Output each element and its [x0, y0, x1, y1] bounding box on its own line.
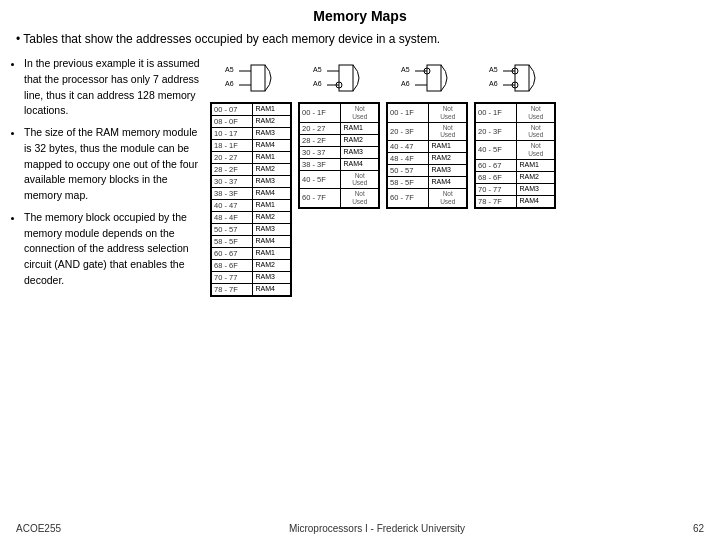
table-row: 50 - 57 RAM3: [388, 165, 467, 177]
footer-right: 62: [693, 523, 704, 534]
table-row: 70 - 77 RAM3: [212, 272, 291, 284]
bullet-item-1: In the previous example it is assumed th…: [24, 56, 202, 119]
table-row: 60 - 67 RAM1: [212, 248, 291, 260]
diagram-3: A5 A6 00 - 1F NotUsed 20 - 3F NotU: [386, 58, 468, 209]
table-row: 40 - 47 RAM1: [388, 141, 467, 153]
bullet-list: In the previous example it is assumed th…: [10, 56, 202, 289]
svg-rect-4: [251, 65, 265, 91]
table-row: 50 - 57 RAM3: [212, 224, 291, 236]
footer-center: Microprocessors I - Frederick University: [289, 523, 465, 534]
table-row: 10 - 17 RAM3: [212, 128, 291, 140]
diagram-2: A5 A6 00 - 1F NotUsed 20 - 27 RAM1: [298, 58, 380, 209]
table-row: 00 - 1F NotUsed: [388, 104, 467, 123]
table-row: 78 - 7F RAM4: [476, 195, 555, 207]
table-row: 48 - 4F RAM2: [388, 153, 467, 165]
svg-text:A6: A6: [313, 80, 322, 87]
bullet-icon: •: [16, 32, 20, 46]
svg-text:A5: A5: [225, 66, 234, 73]
table-row: 58 - 5F RAM4: [212, 236, 291, 248]
table-row: 30 - 37 RAM3: [212, 176, 291, 188]
table-row: 60 - 67 RAM1: [476, 159, 555, 171]
table-row: 38 - 3F RAM4: [300, 158, 379, 170]
left-text-column: In the previous example it is assumed th…: [10, 56, 210, 512]
table-row: 78 - 7F RAM4: [212, 284, 291, 296]
mem-map-3: 00 - 1F NotUsed 20 - 3F NotUsed 40 - 47 …: [386, 102, 468, 209]
and-gate-1: A5 A6: [225, 58, 277, 102]
main-content: In the previous example it is assumed th…: [0, 52, 720, 512]
bullet-item-2: The size of the RAM memory module is 32 …: [24, 125, 202, 204]
diagrams-area: A5 A6 00 - 07 RAM1 08: [210, 56, 710, 512]
table-row: 38 - 3F RAM4: [212, 188, 291, 200]
subtitle: • Tables that show the addresses occupie…: [0, 28, 720, 52]
and-gate-4: A5 A6: [489, 58, 541, 102]
table-row: 28 - 2F RAM2: [300, 134, 379, 146]
mem-map-4: 00 - 1F NotUsed 20 - 3F NotUsed 40 - 5F …: [474, 102, 556, 209]
bullet-item-3: The memory block occupied by the memory …: [24, 210, 202, 289]
and-gate-2: A5 A6: [313, 58, 365, 102]
table-row: 40 - 47 RAM1: [212, 200, 291, 212]
and-gate-3: A5 A6: [401, 58, 453, 102]
svg-text:A5: A5: [401, 66, 410, 73]
table-row: 00 - 1F NotUsed: [300, 104, 379, 123]
table-row: 20 - 3F NotUsed: [476, 122, 555, 141]
table-row: 70 - 77 RAM3: [476, 183, 555, 195]
svg-text:A6: A6: [225, 80, 234, 87]
table-row: 60 - 7F NotUsed: [300, 189, 379, 208]
mem-map-1: 00 - 07 RAM1 08 - 0F RAM2 10 - 17 RAM3 1…: [210, 102, 292, 297]
svg-text:A5: A5: [489, 66, 498, 73]
table-row: 58 - 5F RAM4: [388, 177, 467, 189]
table-row: 40 - 5F NotUsed: [476, 141, 555, 160]
table-row: 20 - 3F NotUsed: [388, 122, 467, 141]
footer-left: ACOE255: [16, 523, 61, 534]
diagram-1: A5 A6 00 - 07 RAM1 08: [210, 58, 292, 297]
label-cell: RAM1: [253, 104, 291, 116]
addr-cell: 00 - 07: [212, 104, 253, 116]
table-row: 00 - 07 RAM1: [212, 104, 291, 116]
subtitle-text: Tables that show the addresses occupied …: [23, 32, 440, 46]
table-row: 40 - 5F NotUsed: [300, 170, 379, 189]
table-row: 18 - 1F RAM4: [212, 140, 291, 152]
table-row: 08 - 0F RAM2: [212, 116, 291, 128]
table-row: 20 - 27 RAM1: [212, 152, 291, 164]
table-row: 28 - 2F RAM2: [212, 164, 291, 176]
table-row: 20 - 27 RAM1: [300, 122, 379, 134]
table-row: 48 - 4F RAM2: [212, 212, 291, 224]
svg-text:A6: A6: [401, 80, 410, 87]
diagram-4: A5 A6 00 - 1F NotUsed 20 - 3F: [474, 58, 556, 209]
mem-map-2: 00 - 1F NotUsed 20 - 27 RAM1 28 - 2F RAM…: [298, 102, 380, 209]
table-row: 60 - 7F NotUsed: [388, 189, 467, 208]
svg-text:A6: A6: [489, 80, 498, 87]
table-row: 00 - 1F NotUsed: [476, 104, 555, 123]
table-row: 30 - 37 RAM3: [300, 146, 379, 158]
table-row: 68 - 6F RAM2: [476, 171, 555, 183]
page-title: Memory Maps: [0, 0, 720, 28]
footer: ACOE255 Microprocessors I - Frederick Un…: [0, 523, 720, 534]
svg-text:A5: A5: [313, 66, 322, 73]
table-row: 68 - 6F RAM2: [212, 260, 291, 272]
